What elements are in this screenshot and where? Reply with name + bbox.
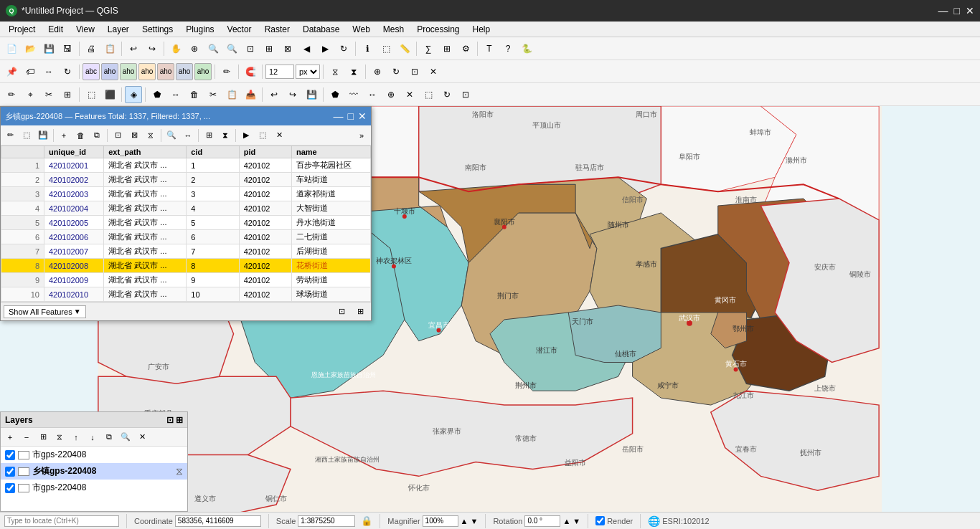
zoom-prev-button[interactable]: ◀ <box>298 40 315 57</box>
delete-node-button[interactable]: ✕ <box>425 63 442 80</box>
attribute-table-button[interactable]: ⊞ <box>438 40 456 57</box>
rotation-input[interactable] <box>524 515 560 527</box>
layers-move-up-button[interactable]: ↑ <box>68 429 84 445</box>
redo-button[interactable]: ↪ <box>143 40 161 57</box>
redo2-button[interactable]: ↪ <box>284 86 301 103</box>
paste-feature-button[interactable]: 📥 <box>242 86 259 103</box>
undo-button[interactable]: ↩ <box>125 40 142 57</box>
save-as-button[interactable]: 🖫 <box>59 40 76 57</box>
ft-duplicate-button[interactable]: ⧉ <box>89 128 105 143</box>
col-ext-path[interactable]: ext_path <box>104 146 187 158</box>
snap-button[interactable]: 🧲 <box>242 63 259 80</box>
layer-item-shi1[interactable]: 市gps-220408 <box>1 447 187 463</box>
ft-dock-button[interactable]: ⬚ <box>255 128 270 143</box>
layers-float-icon[interactable]: ⊞ <box>176 415 183 425</box>
lock-icon[interactable]: 🔒 <box>361 515 372 526</box>
menu-web[interactable]: Web <box>347 23 375 36</box>
title-controls[interactable]: — □ ✕ <box>938 5 974 16</box>
ft-deselect-button[interactable]: ⊠ <box>126 128 142 143</box>
python-console-button[interactable]: 🐍 <box>518 40 535 57</box>
pin-label-button[interactable]: 📌 <box>3 63 20 80</box>
table-row[interactable]: 8 420102008 湖北省 武汉市 ... 8 420102 花桥街道 <box>1 259 371 273</box>
menu-settings[interactable]: Settings <box>136 23 179 36</box>
undo2-button[interactable]: ↩ <box>265 86 283 103</box>
print-atlas-button[interactable]: 📋 <box>101 40 118 57</box>
copy-feature-button[interactable]: 📋 <box>223 86 240 103</box>
digitize5-button[interactable]: ⊕ <box>382 86 400 103</box>
ft-dock-bottom-button[interactable]: ⊡ <box>334 304 349 320</box>
tooltip-button[interactable]: ? <box>499 40 517 57</box>
col-cid[interactable]: cid <box>187 146 239 158</box>
ft-minimize-button[interactable]: — <box>334 111 344 121</box>
ft-select-all-button[interactable]: ⊡ <box>110 128 126 143</box>
open-project-button[interactable]: 📂 <box>22 40 39 57</box>
ft-pan-button[interactable]: ↔ <box>180 128 196 143</box>
filter-button[interactable]: ⧖ <box>326 63 344 80</box>
menu-mesh[interactable]: Mesh <box>377 23 410 36</box>
table-row[interactable]: 6 420102006 湖北省 武汉市 ... 6 420102 二七街道 <box>1 230 371 244</box>
rotation-spin-down[interactable]: ▼ <box>573 517 580 525</box>
show-hide-labels-button[interactable]: 🏷 <box>22 63 39 80</box>
layer-check-shi1[interactable] <box>5 450 15 460</box>
zoom-next-button[interactable]: ▶ <box>316 40 334 57</box>
menu-project[interactable]: Project <box>3 23 41 36</box>
crs-label[interactable]: ESRI:102012 <box>662 517 709 525</box>
rotate-button[interactable]: ↻ <box>387 63 405 80</box>
deselect-button[interactable]: ⬛ <box>101 86 118 103</box>
crs-globe-icon[interactable]: 🌐 <box>648 515 660 527</box>
scale-button[interactable]: ⊡ <box>406 63 423 80</box>
edit1-button[interactable]: ✏ <box>3 86 20 103</box>
menu-plugins[interactable]: Plugins <box>180 23 220 36</box>
move-node-button[interactable]: ⊕ <box>369 63 386 80</box>
digitize3-button[interactable]: 〰 <box>345 86 362 103</box>
ft-edit-button[interactable]: ✏ <box>2 128 18 143</box>
zoom-full-button[interactable]: ⊡ <box>242 40 259 57</box>
digitize8-button[interactable]: ↻ <box>438 86 456 103</box>
zoom-selection-button[interactable]: ⊠ <box>279 40 296 57</box>
ft-maximize-button[interactable]: □ <box>348 111 354 121</box>
zoom-layer-button[interactable]: ⊞ <box>260 40 278 57</box>
layer-check-xiangzhen[interactable] <box>5 467 15 477</box>
save-project-button[interactable]: 💾 <box>40 40 57 57</box>
ft-close2-button[interactable]: ✕ <box>271 128 287 143</box>
ft-filter-select-button[interactable]: ⧖ <box>143 128 159 143</box>
col-unique-id[interactable]: unique_id <box>44 146 104 158</box>
select2-button[interactable]: ⬚ <box>83 86 100 103</box>
col-name[interactable]: name <box>291 146 370 158</box>
table-row[interactable]: 1 420102001 湖北省 武汉市 ... 1 420102 百步亭花园社区 <box>1 158 371 173</box>
magnifier-spin-up[interactable]: ▲ <box>461 517 468 525</box>
table-row[interactable]: 4 420102004 湖北省 武汉市 ... 4 420102 大智街道 <box>1 201 371 216</box>
layers-add-button[interactable]: + <box>2 429 18 445</box>
label-style7-button[interactable]: aho <box>194 63 212 80</box>
vertex-tool-button[interactable]: ◈ <box>125 86 142 103</box>
digitize9-button[interactable]: ⊡ <box>457 86 474 103</box>
feature-table-grid[interactable]: unique_id ext_path cid pid name 1 420102… <box>1 146 371 302</box>
magnifier-spin-down[interactable]: ▼ <box>471 517 479 525</box>
ft-close-button[interactable]: ✕ <box>358 111 367 121</box>
label-style1-button[interactable]: abc <box>83 63 100 80</box>
ft-add-row-button[interactable]: + <box>56 128 72 143</box>
digitize2-button[interactable]: ⬟ <box>326 86 344 103</box>
table-row[interactable]: 9 420102009 湖北省 武汉市 ... 9 420102 劳动街道 <box>1 273 371 287</box>
select-button[interactable]: ⬚ <box>377 40 395 57</box>
font-size-input[interactable] <box>265 65 294 79</box>
zoom-in-button[interactable]: 🔍 <box>204 40 222 57</box>
label-style4-button[interactable]: aho <box>138 63 156 80</box>
print-layout-button[interactable]: 🖨 <box>83 40 100 57</box>
statistics-button[interactable]: ∑ <box>420 40 437 57</box>
layers-zoom-button[interactable]: 🔍 <box>118 429 133 445</box>
menu-raster[interactable]: Raster <box>259 23 296 36</box>
menu-help[interactable]: Help <box>467 23 496 36</box>
table-row[interactable]: 2 420102002 湖北省 武汉市 ... 2 420102 车站街道 <box>1 173 371 187</box>
rotation-spin-up[interactable]: ▲ <box>562 517 570 525</box>
minimize-button[interactable]: — <box>938 5 948 16</box>
ft-filter-button[interactable]: ⧗ <box>217 128 233 143</box>
maximize-button[interactable]: □ <box>954 5 960 16</box>
menu-processing[interactable]: Processing <box>411 23 465 36</box>
edit4-button[interactable]: ⊞ <box>59 86 76 103</box>
layers-remove-button[interactable]: − <box>19 429 34 445</box>
processing-button[interactable]: ⚙ <box>457 40 474 57</box>
locate-input[interactable] <box>4 515 119 527</box>
pan-map-button[interactable]: ⊕ <box>186 40 203 57</box>
table-row[interactable]: 7 420102007 湖北省 武汉市 ... 7 420102 后湖街道 <box>1 244 371 259</box>
